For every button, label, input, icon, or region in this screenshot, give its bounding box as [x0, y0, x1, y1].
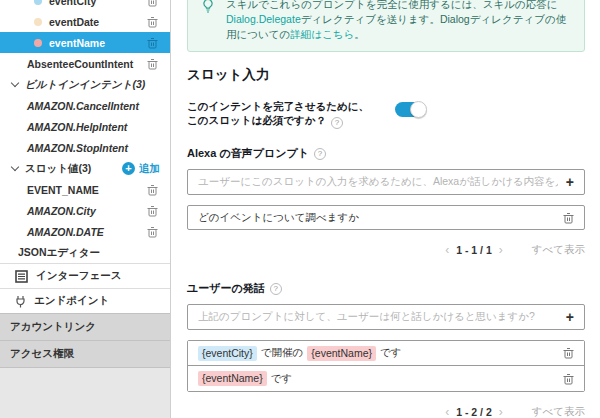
sidebar-group-builtin-intents[interactable]: ビルトインインテント(3) — [0, 74, 170, 95]
sidebar-item-label: eventName — [49, 37, 105, 49]
sidebar-filler — [0, 367, 170, 418]
accordion-label: アカウントリンク — [10, 320, 96, 334]
toggle-knob — [410, 101, 427, 118]
utterance-text: です — [380, 346, 402, 360]
dialog-delegate-link[interactable]: Dialog.Delegate — [226, 13, 301, 25]
sidebar-item-absenteecountintent[interactable]: AbsenteeCountIntent — [0, 53, 170, 74]
slot-color-dot — [34, 18, 42, 26]
delete-icon[interactable] — [147, 37, 158, 49]
utterance-input[interactable]: 上記のプロンプトに対して、ユーザーは何と話しかけると思いますか? + — [187, 304, 585, 330]
voice-prompt-input[interactable]: ユーザーにこのスロットの入力を求めるために、Alexaが話しかける内容を入力して… — [187, 169, 585, 195]
slot-color-dot — [34, 0, 42, 5]
section-title-slot-filling: スロット入力 — [187, 66, 585, 84]
sidebar-group-label: スロット値(3) — [25, 162, 91, 176]
slot-required-row: このインテントを完了させるために、 このスロットは必須ですか？? — [187, 99, 585, 129]
sidebar-item-cancelintent[interactable]: AMAZON.CancelIntent — [0, 95, 170, 116]
sidebar-item-label: AbsenteeCountIntent — [27, 58, 133, 70]
sidebar-item-eventname-selected[interactable]: eventName — [0, 32, 170, 53]
prompt-text: どのイベントについて調べますか — [198, 211, 563, 225]
dialog-directive-notice: スキルでこれらのプロンプトを完全に使用するには、スキルの応答にDialog.De… — [187, 0, 585, 52]
sidebar-item-eventcity[interactable]: eventCity — [0, 0, 170, 11]
sidebar-item-label: JSONエディター — [18, 246, 100, 260]
sidebar-item-interfaces[interactable]: インターフェース — [0, 263, 170, 288]
sidebar-item-label: AMAZON.City — [27, 205, 96, 217]
slot-required-question: このインテントを完了させるために、 このスロットは必須ですか？? — [187, 99, 369, 129]
add-slot-value-button[interactable]: + 追加 — [122, 162, 160, 176]
delete-icon[interactable] — [563, 212, 574, 224]
voice-prompt-placeholder: ユーザーにこのスロットの入力を求めるために、Alexaが話しかける内容を入力して… — [198, 175, 558, 189]
user-utterances-label: ユーザーの発話? — [187, 281, 585, 296]
show-all-link[interactable]: すべて表示 — [532, 243, 585, 257]
sidebar-accordion-permissions[interactable]: アクセス権限 — [0, 340, 170, 367]
delete-icon[interactable] — [147, 226, 158, 238]
plus-circle-icon: + — [122, 162, 135, 175]
show-all-link[interactable]: すべて表示 — [532, 405, 585, 418]
delete-icon[interactable] — [563, 347, 574, 359]
sidebar-group-slot-values[interactable]: スロット値(3) + 追加 — [0, 158, 170, 179]
plug-icon — [15, 295, 26, 308]
delete-icon[interactable] — [147, 205, 158, 217]
main-panel: スキルでこれらのプロンプトを完全に使用するには、スキルの応答にDialog.De… — [171, 0, 600, 418]
delete-icon[interactable] — [147, 184, 158, 196]
sidebar-accordion-account-linking[interactable]: アカウントリンク — [0, 313, 170, 340]
details-link[interactable]: 詳細はこちら — [290, 28, 354, 40]
page-prev-icon[interactable]: ‹ — [438, 243, 456, 257]
page-prev-icon[interactable]: ‹ — [438, 405, 456, 418]
sidebar-item-label: AMAZON.StopIntent — [27, 142, 128, 154]
interfaces-icon — [15, 270, 28, 283]
add-utterance-button[interactable]: + — [558, 309, 574, 325]
slot-chip-eventname[interactable]: {eventName} — [307, 346, 376, 361]
add-prompt-button[interactable]: + — [558, 174, 574, 190]
page-range: 1 - 2 / 2 — [456, 406, 492, 418]
help-icon[interactable]: ? — [314, 148, 326, 160]
help-icon[interactable]: ? — [270, 283, 282, 295]
slot-chip-eventname[interactable]: {eventName} — [198, 371, 267, 386]
utterance-placeholder: 上記のプロンプトに対して、ユーザーは何と話しかけると思いますか? — [198, 310, 558, 324]
page-next-icon[interactable]: › — [492, 405, 510, 418]
page-range: 1 - 1 / 1 — [456, 244, 492, 256]
sidebar-item-eventdate[interactable]: eventDate — [0, 11, 170, 32]
lightbulb-icon — [200, 0, 216, 13]
sidebar-item-label: EVENT_NAME — [27, 184, 99, 196]
alexa-dev-console: eventCity eventDate eventName AbsenteeCo… — [0, 0, 600, 418]
chevron-down-icon — [11, 163, 19, 171]
delete-icon[interactable] — [147, 0, 158, 7]
add-label: 追加 — [139, 162, 160, 176]
sidebar-group-label: ビルトインインテント(3) — [25, 78, 145, 92]
utterance-row[interactable]: {eventName} です — [188, 366, 584, 391]
slot-color-dot — [34, 39, 42, 47]
sidebar-item-event-name-type[interactable]: EVENT_NAME — [0, 179, 170, 200]
page-next-icon[interactable]: › — [492, 243, 510, 257]
sidebar-item-label: エンドポイント — [34, 294, 109, 308]
sidebar-item-label: AMAZON.DATE — [27, 226, 104, 238]
utterance-pagination: ‹ 1 - 2 / 2 › すべて表示 — [187, 405, 585, 418]
sidebar-item-endpoint[interactable]: エンドポイント — [0, 288, 170, 313]
notice-text: スキルでこれらのプロンプトを完全に使用するには、スキルの応答に — [226, 0, 557, 10]
delete-icon[interactable] — [563, 373, 574, 385]
sidebar-item-label: AMAZON.CancelIntent — [27, 100, 139, 112]
prompt-item-row[interactable]: どのイベントについて調べますか — [187, 205, 585, 230]
sidebar: eventCity eventDate eventName AbsenteeCo… — [0, 0, 171, 418]
utterance-text: です — [271, 372, 293, 386]
sidebar-item-stopintent[interactable]: AMAZON.StopIntent — [0, 137, 170, 158]
sidebar-list: eventCity eventDate eventName AbsenteeCo… — [0, 0, 170, 313]
voice-prompt-label: Alexa の音声プロンプト? — [187, 146, 585, 161]
delete-icon[interactable] — [147, 58, 158, 70]
sidebar-item-amazon-date[interactable]: AMAZON.DATE — [0, 221, 170, 242]
sidebar-item-helpintent[interactable]: AMAZON.HelpIntent — [0, 116, 170, 137]
sidebar-item-label: eventCity — [49, 0, 96, 7]
sidebar-item-json-editor[interactable]: JSONエディター — [0, 242, 170, 263]
chevron-down-icon — [11, 79, 19, 87]
delete-icon[interactable] — [147, 16, 158, 28]
sidebar-item-label: AMAZON.HelpIntent — [27, 121, 127, 133]
accordion-label: アクセス権限 — [10, 347, 74, 361]
slot-required-toggle-on[interactable] — [395, 102, 425, 117]
utterance-row[interactable]: {eventCity} で開催の {eventName} です — [188, 341, 584, 366]
sidebar-item-label: eventDate — [49, 16, 99, 28]
help-icon[interactable]: ? — [331, 117, 343, 129]
slot-chip-eventcity[interactable]: {eventCity} — [198, 346, 257, 361]
notice-text: 。 — [354, 28, 365, 40]
sidebar-item-amazon-city[interactable]: AMAZON.City — [0, 200, 170, 221]
utterance-text: で開催の — [261, 346, 304, 360]
sidebar-item-label: インターフェース — [36, 269, 121, 283]
